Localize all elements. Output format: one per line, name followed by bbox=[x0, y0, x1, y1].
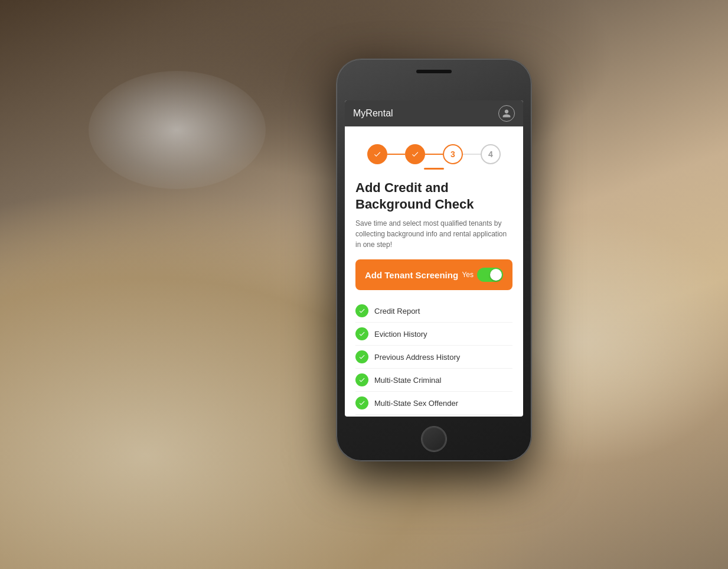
line-3-4 bbox=[463, 154, 481, 155]
check-icon-1 bbox=[373, 150, 381, 158]
progress-steps: 3 4 bbox=[345, 135, 523, 164]
feature-criminal: Multi-State Criminal bbox=[374, 376, 441, 385]
list-item: Eviction History bbox=[355, 323, 512, 346]
feature-eviction-history: Eviction History bbox=[374, 330, 427, 339]
main-description: Save time and select most qualified tena… bbox=[355, 218, 512, 250]
phone-speaker bbox=[416, 70, 452, 73]
phone-screen: MyRental bbox=[345, 100, 523, 417]
checkmark-icon bbox=[358, 353, 365, 360]
toggle-knob bbox=[490, 269, 502, 281]
step-3-label: 3 bbox=[450, 149, 455, 159]
user-icon bbox=[502, 109, 511, 118]
feature-list: Credit Report Eviction History bbox=[355, 300, 512, 417]
check-icon-eviction bbox=[355, 327, 368, 340]
check-icon-2 bbox=[411, 150, 419, 158]
screen-content: MyRental bbox=[345, 100, 523, 417]
check-icon-criminal bbox=[355, 373, 368, 386]
user-icon-button[interactable] bbox=[498, 105, 515, 122]
feature-sex-offender: Multi-State Sex Offender bbox=[374, 399, 458, 408]
check-icon-credit bbox=[355, 304, 368, 317]
checkmark-icon bbox=[358, 376, 365, 383]
check-icon-sex-offender bbox=[355, 396, 368, 409]
step-4-label: 4 bbox=[488, 149, 493, 159]
phone-mockup: MyRental bbox=[337, 59, 531, 461]
list-item: Multi-State Criminal bbox=[355, 369, 512, 392]
list-item: Multi-State Sex Offender bbox=[355, 392, 512, 415]
toggle-yes-label: Yes bbox=[462, 271, 474, 279]
checkmark-icon bbox=[358, 399, 365, 407]
laptop-glow bbox=[89, 71, 266, 189]
step-3-underline bbox=[424, 168, 444, 170]
step-4-circle: 4 bbox=[481, 144, 501, 164]
app-title: MyRental bbox=[353, 108, 393, 119]
phone-home-button[interactable] bbox=[421, 426, 447, 452]
toggle-wrapper[interactable]: Yes bbox=[462, 268, 503, 282]
screening-banner[interactable]: Add Tenant Screening Yes bbox=[355, 259, 512, 290]
feature-credit-report: Credit Report bbox=[374, 307, 420, 316]
list-item: Credit Report bbox=[355, 300, 512, 323]
feature-address-history: Previous Address History bbox=[374, 353, 460, 362]
checkmark-icon bbox=[358, 307, 365, 314]
main-content: Add Credit and Background Check Save tim… bbox=[345, 170, 523, 417]
step-2-circle bbox=[405, 144, 425, 164]
line-1-2 bbox=[387, 154, 405, 155]
main-title: Add Credit and Background Check bbox=[355, 180, 512, 212]
list-item: Previous Address History bbox=[355, 346, 512, 369]
toggle-switch[interactable] bbox=[477, 268, 503, 282]
check-icon-address bbox=[355, 350, 368, 363]
app-header: MyRental bbox=[345, 100, 523, 126]
phone-body: MyRental bbox=[337, 59, 531, 461]
step-1-circle bbox=[367, 144, 387, 164]
list-item: SafeRent Score i bbox=[355, 415, 512, 417]
line-2-3 bbox=[425, 154, 443, 155]
screening-label: Add Tenant Screening bbox=[365, 270, 458, 280]
step-3-circle: 3 bbox=[443, 144, 463, 164]
checkmark-icon bbox=[358, 330, 365, 337]
